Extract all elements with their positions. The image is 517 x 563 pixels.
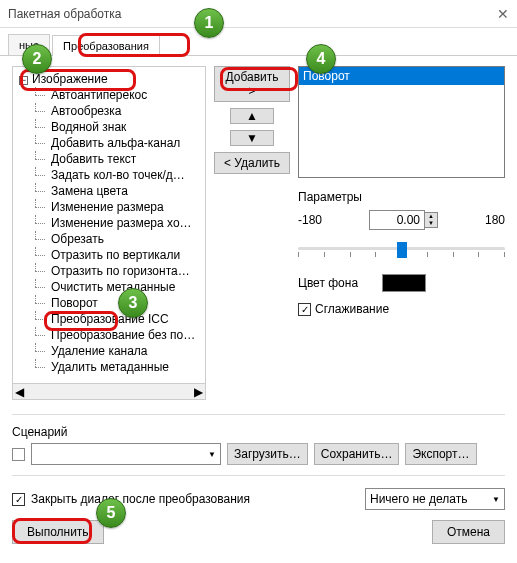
middle-column: Добавить > ▲ ▼ < Удалить [214, 66, 290, 400]
tree-item[interactable]: Преобразование без по… [13, 327, 205, 343]
tree-item-rotate[interactable]: Поворот [13, 295, 205, 311]
angle-slider[interactable] [298, 240, 505, 264]
save-button[interactable]: Сохранить… [314, 443, 400, 465]
callout-badge: 3 [118, 288, 148, 318]
smoothing-row: ✓ Сглаживание [298, 302, 505, 316]
bgcolor-label: Цвет фона [298, 276, 358, 290]
content-area: −Изображение Автоантиперекос Автообрезка… [0, 56, 517, 410]
bgcolor-row: Цвет фона [298, 274, 505, 292]
horizontal-scrollbar[interactable]: ◀▶ [13, 383, 205, 399]
right-column: Поворот Параметры -180 ▲▼ 180 Цвет фона [298, 66, 505, 400]
tree-item[interactable]: Преобразование ICC [13, 311, 205, 327]
remove-button[interactable]: < Удалить [214, 152, 290, 174]
tab-strip: ные Преобразования [0, 28, 517, 56]
tree-item[interactable]: Добавить текст [13, 151, 205, 167]
angle-row: -180 ▲▼ 180 [298, 210, 505, 230]
spin-up-icon[interactable]: ▲ [425, 213, 437, 220]
export-button[interactable]: Экспорт… [405, 443, 476, 465]
chevron-down-icon: ▼ [492, 495, 500, 504]
angle-min: -180 [298, 213, 322, 227]
tree-item[interactable]: Удалить метаданные [13, 359, 205, 375]
tree-item[interactable]: Очистить метаданные [13, 279, 205, 295]
angle-spinner[interactable]: ▲▼ [369, 210, 438, 230]
spin-down-icon[interactable]: ▼ [425, 220, 437, 227]
load-button[interactable]: Загрузить… [227, 443, 308, 465]
callout-badge: 5 [96, 498, 126, 528]
params-panel: Параметры -180 ▲▼ 180 Цвет фона ✓ Сг [298, 190, 505, 316]
tree-item[interactable]: Изменение размера хо… [13, 215, 205, 231]
chevron-down-icon: ▼ [208, 450, 216, 459]
window-title: Пакетная обработка [8, 7, 497, 21]
tree-item[interactable]: Отразить по вертикали [13, 247, 205, 263]
tree-item[interactable]: Водяной знак [13, 119, 205, 135]
angle-max: 180 [485, 213, 505, 227]
tree-item[interactable]: Удаление канала [13, 343, 205, 359]
callout-badge: 2 [22, 44, 52, 74]
smoothing-checkbox[interactable]: ✓ [298, 303, 311, 316]
bgcolor-swatch[interactable] [382, 274, 426, 292]
tree-item[interactable]: Обрезать [13, 231, 205, 247]
tree-panel: −Изображение Автоантиперекос Автообрезка… [12, 66, 206, 400]
tree-item[interactable]: Отразить по горизонта… [13, 263, 205, 279]
smoothing-label: Сглаживание [315, 302, 389, 316]
callout-badge: 4 [306, 44, 336, 74]
scenario-panel: Сценарий ▼ Загрузить… Сохранить… Экспорт… [0, 419, 517, 471]
angle-input[interactable] [369, 210, 425, 230]
slider-thumb[interactable] [397, 242, 407, 258]
cancel-button[interactable]: Отмена [432, 520, 505, 544]
after-action-combo[interactable]: Ничего не делать▼ [365, 488, 505, 510]
tree-item[interactable]: Автоантиперекос [13, 87, 205, 103]
bottom-panel: ✓ Закрыть диалог после преобразования Ни… [0, 480, 517, 552]
tab-transforms[interactable]: Преобразования [52, 35, 160, 56]
tree-item[interactable]: Автообрезка [13, 103, 205, 119]
callout-badge: 1 [194, 8, 224, 38]
close-icon[interactable]: ✕ [497, 6, 509, 22]
scenario-checkbox[interactable] [12, 448, 25, 461]
titlebar: Пакетная обработка ✕ [0, 0, 517, 28]
tree-item[interactable]: Изменение размера [13, 199, 205, 215]
scenario-combo[interactable]: ▼ [31, 443, 221, 465]
tree-item[interactable]: Задать кол-во точек/д… [13, 167, 205, 183]
tree-item[interactable]: Замена цвета [13, 183, 205, 199]
tree-root-image[interactable]: −Изображение [13, 71, 205, 87]
add-button[interactable]: Добавить > [214, 66, 290, 102]
tree-item[interactable]: Добавить альфа-канал [13, 135, 205, 151]
move-down-button[interactable]: ▼ [230, 130, 274, 146]
run-button[interactable]: Выполнить [12, 520, 104, 544]
selected-list[interactable]: Поворот [298, 66, 505, 178]
close-after-label: Закрыть диалог после преобразования [31, 492, 250, 506]
close-after-checkbox[interactable]: ✓ [12, 493, 25, 506]
scenario-title: Сценарий [12, 425, 505, 439]
move-up-button[interactable]: ▲ [230, 108, 274, 124]
params-title: Параметры [298, 190, 505, 204]
